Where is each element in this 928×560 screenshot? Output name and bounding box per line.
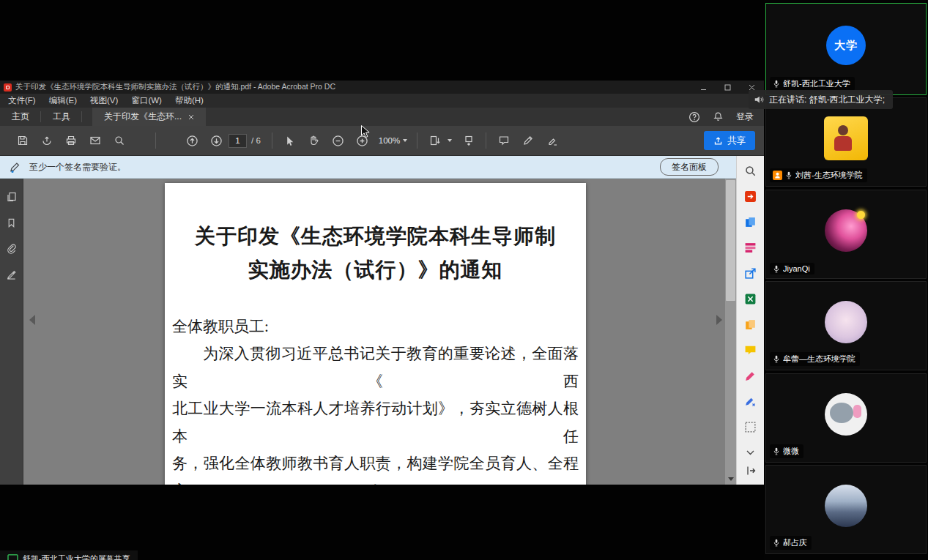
signatures-panel-button[interactable] (6, 269, 17, 280)
page-display-caret-icon[interactable] (448, 139, 452, 142)
signature-panel-button[interactable]: 签名面板 (660, 158, 719, 176)
tab-tools[interactable]: 工具 (41, 108, 82, 126)
participant-tile[interactable]: 微微 (765, 373, 927, 463)
microphone-icon (773, 265, 780, 273)
certificates-tool-button[interactable] (742, 393, 760, 409)
participant-name-bar: 刘茜-生态环境学院 (770, 168, 867, 182)
tab-bar: 主页 工具 关于印发《生态环... 登录 (0, 108, 764, 126)
more-tools-icon (744, 421, 757, 433)
bookmarks-button[interactable] (6, 217, 17, 228)
organize-pages-tool-button[interactable] (742, 239, 760, 255)
cursor-icon (284, 135, 295, 146)
email-icon (89, 135, 101, 146)
next-page-button[interactable] (204, 130, 229, 152)
meeting-participant-sidebar: 大学 舒凯-西北工业大学 刘茜-生态环境学院 JiyanQi (764, 0, 928, 560)
scroll-down-button[interactable] (725, 474, 736, 485)
highlight-tool-button[interactable] (540, 130, 564, 152)
fill-sign-tool-button[interactable] (742, 367, 760, 384)
comment-tool-button[interactable] (742, 342, 760, 358)
screen-share-text: 舒凯-西北工业大学的屏幕共享 (23, 553, 130, 560)
next-page-hover-arrow-icon[interactable] (716, 315, 722, 325)
save-button[interactable] (10, 130, 34, 152)
export-icon (744, 267, 757, 280)
participant-tile[interactable]: JiyanQi (765, 190, 927, 279)
page-number-input[interactable] (229, 134, 247, 148)
participant-tile[interactable]: 刘茜-生态环境学院 (765, 97, 927, 187)
vertical-scrollbar[interactable] (725, 179, 736, 485)
search-tool-button[interactable] (742, 163, 760, 179)
sign-in-link[interactable]: 登录 (736, 111, 754, 123)
collapse-panel-button[interactable] (742, 463, 760, 479)
main-toolbar: / 6 100% 共享 (0, 126, 764, 156)
menu-view[interactable]: 视图(V) (83, 94, 125, 108)
combine-files-tool-button[interactable] (742, 316, 760, 332)
participant-tile[interactable]: 郝占庆 (765, 465, 927, 554)
select-tool-button[interactable] (278, 130, 302, 152)
tab-document[interactable]: 关于印发《生态环... (92, 108, 206, 126)
participant-name-bar: JiyanQi (770, 263, 814, 275)
menu-file[interactable]: 文件(F) (1, 94, 42, 108)
participant-tile-speaking[interactable]: 大学 舒凯-西北工业大学 (765, 3, 927, 95)
print-button[interactable] (59, 130, 83, 152)
microphone-icon (785, 171, 792, 179)
maximize-button[interactable] (716, 81, 740, 94)
find-button[interactable] (107, 130, 131, 152)
tab-home[interactable]: 主页 (0, 108, 41, 126)
attachments-button[interactable] (6, 243, 17, 254)
scroll-mode-button[interactable] (456, 130, 480, 152)
create-pdf-tool-button[interactable] (742, 214, 760, 230)
more-tools-chevron[interactable] (742, 444, 760, 460)
page-display-button[interactable] (423, 130, 447, 152)
participant-name-bar: 舒凯-西北工业大学 (770, 77, 855, 91)
avatar (825, 301, 867, 343)
page-total-label: / 6 (251, 136, 261, 145)
left-navigation-rail (0, 179, 23, 485)
search-tool-icon (744, 165, 757, 177)
spreadsheet-tool-button[interactable] (742, 291, 760, 307)
presenter-badge-icon (773, 171, 782, 180)
scrollbar-thumb[interactable] (726, 180, 735, 301)
bookmark-icon (6, 217, 17, 228)
notifications-bell-icon[interactable] (713, 111, 724, 122)
comment-button[interactable] (491, 130, 516, 152)
screen: 关于印发《生态环境学院本科生导师制实施办法（试行）》的通知.pdf - Adob… (0, 0, 928, 560)
menu-help[interactable]: 帮助(H) (168, 94, 210, 108)
right-tools-rail (736, 156, 764, 485)
minimize-button[interactable] (691, 81, 716, 94)
document-body-line: 为深入贯彻习近平总书记关于教育的重要论述，全面落实《西 (172, 340, 579, 395)
document-area[interactable]: 关于印发《生态环境学院本科生导师制 实施办法（试行）》的通知 全体教职员工: 为… (23, 179, 736, 485)
zoom-dropdown-caret-icon[interactable] (403, 139, 407, 142)
tab-close-icon[interactable] (188, 114, 194, 120)
print-icon (65, 135, 77, 146)
signature-notice-text: 至少一个签名需要验证。 (29, 161, 126, 173)
previous-page-hover-arrow-icon[interactable] (29, 315, 35, 325)
pencil-tool-button[interactable] (516, 130, 540, 152)
export-tool-button[interactable] (742, 265, 760, 281)
participant-tile[interactable]: 牟蕾—生态环境学院 (765, 281, 927, 370)
email-button[interactable] (83, 130, 107, 152)
zoom-level-value[interactable]: 100% (379, 136, 400, 145)
minus-circle-icon (332, 135, 344, 147)
microphone-icon (773, 80, 780, 88)
menu-edit[interactable]: 编辑(E) (42, 94, 83, 108)
participant-name: 舒凯-西北工业大学 (783, 78, 850, 89)
tabbar-right: 登录 (688, 108, 764, 126)
comment-bubble-icon (498, 135, 510, 146)
page-thumbnails-button[interactable] (6, 191, 18, 203)
hand-tool-button[interactable] (302, 130, 326, 152)
share-file-button[interactable] (34, 130, 59, 152)
share-button[interactable]: 共享 (704, 131, 755, 150)
share-upload-icon (713, 136, 723, 146)
help-icon[interactable] (688, 111, 700, 123)
create-pdf-icon (744, 216, 757, 228)
export-pdf-icon (744, 190, 757, 203)
arrow-down-circle-icon (210, 135, 223, 147)
participant-name-bar: 微微 (770, 444, 803, 458)
menu-window[interactable]: 窗口(W) (125, 94, 168, 108)
zoom-out-button[interactable] (326, 130, 350, 152)
more-tools-button[interactable] (742, 419, 760, 435)
export-pdf-tool-button[interactable] (742, 188, 760, 204)
microphone-icon (773, 355, 780, 363)
previous-page-button[interactable] (180, 130, 204, 152)
signature-pen-icon (9, 160, 22, 173)
